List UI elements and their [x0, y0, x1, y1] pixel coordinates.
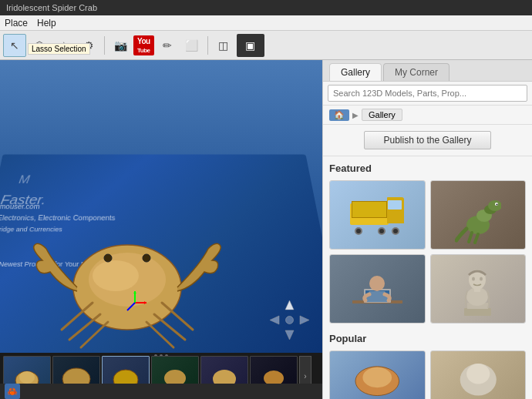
search-bar: [323, 82, 532, 106]
svg-point-20: [286, 317, 294, 324]
gallery-content: Featured: [323, 156, 532, 399]
breadcrumb-separator: ▶: [352, 111, 359, 119]
svg-point-22: [19, 371, 35, 384]
breadcrumb: 🏠 ▶ Gallery: [323, 106, 532, 125]
breadcrumb-home[interactable]: 🏠: [329, 109, 349, 121]
popular-title: Popular: [329, 333, 526, 344]
popular-grid: [329, 350, 526, 399]
search-input[interactable]: [328, 85, 527, 102]
menu-bar: Place Help: [0, 15, 532, 31]
gallery-thumb-statue[interactable]: [430, 254, 527, 324]
crop-tool[interactable]: ◫: [212, 34, 235, 57]
svg-point-52: [466, 364, 490, 384]
brush-tool[interactable]: ✏: [156, 34, 179, 57]
breadcrumb-gallery[interactable]: Gallery: [362, 109, 402, 121]
svg-point-37: [496, 203, 497, 205]
svg-marker-19: [300, 316, 309, 324]
display-tool[interactable]: ▣: [237, 34, 264, 57]
svg-marker-17: [285, 330, 294, 340]
panel-tabs: Gallery My Corner: [323, 60, 532, 82]
menu-help[interactable]: Help: [37, 18, 56, 28]
svg-line-35: [475, 234, 478, 243]
main-layout: M Faster. mouser.com Electronics, Electr…: [0, 60, 532, 399]
svg-point-47: [472, 277, 475, 281]
svg-point-4: [143, 254, 150, 262]
lasso-tool[interactable]: ⬡: [28, 34, 51, 57]
featured-grid: [329, 180, 526, 324]
svg-rect-42: [464, 308, 491, 316]
right-panel: Gallery My Corner 🏠 ▶ Gallery Publish to…: [322, 60, 532, 399]
svg-marker-18: [270, 316, 279, 324]
svg-point-3: [104, 254, 112, 262]
popular-thumb-2[interactable]: [430, 350, 527, 399]
viewport[interactable]: M Faster. mouser.com Electronics, Electr…: [0, 60, 322, 399]
tab-gallery[interactable]: Gallery: [329, 63, 382, 81]
magnet-tool[interactable]: ✦: [52, 34, 76, 57]
paper-text-m: M: [18, 173, 31, 188]
gallery-thumb-truck[interactable]: [329, 180, 426, 250]
svg-point-41: [369, 276, 385, 291]
camera-tool[interactable]: 📷: [109, 34, 132, 57]
popular-thumb-1[interactable]: [329, 350, 426, 399]
title-bar: Iridolescent Spider Crab: [0, 0, 532, 15]
svg-point-50: [362, 367, 392, 387]
gear-tool[interactable]: ⚙: [77, 34, 100, 57]
featured-title: Featured: [329, 163, 526, 174]
gallery-thumb-dino[interactable]: [430, 180, 527, 250]
crab-model: [31, 203, 224, 357]
separator-1: [104, 36, 105, 55]
menu-place[interactable]: Place: [5, 18, 28, 28]
tab-my-corner[interactable]: My Corner: [383, 63, 450, 81]
nav-arrows[interactable]: [268, 299, 311, 341]
publish-button[interactable]: Publish to the Gallery: [364, 131, 490, 149]
gallery-thumb-person[interactable]: [329, 254, 426, 324]
status-bar: 🦀: [0, 384, 322, 399]
youtube-btn[interactable]: YouTube: [133, 35, 154, 55]
cube-tool[interactable]: ⬜: [180, 34, 204, 57]
separator-2: [207, 36, 208, 55]
pointer-tool[interactable]: ↖: [3, 34, 26, 57]
svg-point-2: [93, 260, 139, 291]
svg-point-48: [480, 277, 483, 281]
svg-marker-16: [285, 300, 294, 310]
publish-area: Publish to the Gallery: [323, 125, 532, 156]
app-title: Iridolescent Spider Crab: [6, 3, 97, 12]
status-icon[interactable]: 🦀: [5, 384, 20, 399]
toolbar: ↖ Lasso Selection ⬡ ✦ ⚙ 📷 YouTube ✏ ⬜ ◫ …: [0, 31, 532, 60]
svg-line-34: [469, 233, 472, 242]
